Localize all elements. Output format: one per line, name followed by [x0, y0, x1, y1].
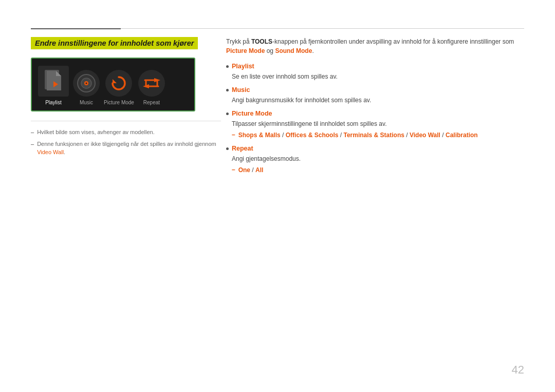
- player-item-playlist: Playlist: [38, 66, 69, 105]
- music-icon-circle: [73, 70, 100, 97]
- repeat-label: Repeat: [143, 100, 160, 105]
- svg-marker-8: [113, 79, 117, 83]
- repeat-icon: [143, 76, 160, 90]
- bullet-dot-repeat: [226, 147, 229, 150]
- bullet-title-playlist: Playlist: [232, 63, 254, 70]
- bullet-desc-playlist: Se en liste over innhold som spilles av.: [232, 72, 524, 81]
- bullet-dot-picture-mode: [226, 113, 229, 115]
- intro-text: Trykk på TOOLS-knappen på fjernkontrolle…: [226, 37, 524, 55]
- video-wall-option-link: Video Wall: [410, 132, 440, 139]
- left-column: Endre innstillingene for innholdet som k…: [31, 37, 221, 160]
- bullet-desc-music: Angi bakgrunnsmusikk for innholdet som s…: [232, 96, 524, 105]
- note-item-2: – Denne funksjonen er ikke tilgjengelig …: [31, 140, 221, 156]
- page-number: 42: [512, 363, 524, 377]
- note-text-1: Hvilket bilde som vises, avhenger av mod…: [37, 128, 155, 136]
- bullet-music: Music Angi bakgrunnsmusikk for innholdet…: [226, 86, 524, 105]
- sub-item-repeat-options: – One / All: [232, 165, 524, 175]
- bullet-dot-music: [226, 89, 229, 91]
- bullet-repeat: Repeat Angi gjentagelsesmodus. – One / A…: [226, 145, 524, 175]
- bullet-dot-playlist: [226, 65, 229, 68]
- repeat-options: One / All: [238, 165, 264, 175]
- video-wall-link[interactable]: Video Wall: [37, 149, 64, 155]
- right-column: Trykk på TOOLS-knappen på fjernkontrolle…: [226, 37, 524, 180]
- player-item-repeat: Repeat: [138, 70, 165, 105]
- document-icon: [44, 70, 63, 92]
- bullet-desc-repeat: Angi gjentagelsesmodus.: [232, 154, 524, 163]
- refresh-icon: [110, 75, 127, 91]
- repeat-icon-circle: [138, 70, 165, 97]
- picture-mode-icon-circle: [105, 70, 132, 97]
- all-option-link: All: [255, 166, 263, 174]
- bullet-desc-picture-mode: Tilpasser skjerminnstillingene til innho…: [232, 119, 524, 128]
- calibration-link: Calibration: [446, 132, 478, 139]
- bullet-picture-mode: Picture Mode Tilpasser skjerminnstilling…: [226, 110, 524, 140]
- notes-section: – Hvilket bilde som vises, avhenger av m…: [31, 121, 221, 156]
- playlist-label: Playlist: [45, 100, 62, 105]
- bullet-title-repeat: Repeat: [232, 145, 253, 152]
- tools-keyword: TOOLS: [251, 38, 272, 45]
- player-item-music: Music: [73, 70, 100, 105]
- one-option-link: One: [238, 166, 250, 174]
- svg-point-7: [86, 83, 87, 84]
- sound-mode-ref: Sound Mode: [275, 47, 312, 54]
- section-heading: Endre innstillingene for innholdet som k…: [31, 37, 198, 49]
- note-item-1: – Hvilket bilde som vises, avhenger av m…: [31, 128, 221, 136]
- offices-schools-link: Offices & Schools: [286, 132, 339, 139]
- music-label: Music: [80, 100, 93, 105]
- shops-malls-link: Shops & Malls: [238, 132, 281, 139]
- bullet-playlist: Playlist Se en liste over innhold som sp…: [226, 63, 524, 81]
- sub-item-picture-modes: – Shops & Malls / Offices & Schools / Te…: [232, 130, 524, 140]
- terminals-stations-link: Terminals & Stations: [343, 132, 404, 139]
- picture-mode-options: Shops & Malls / Offices & Schools / Term…: [238, 130, 478, 140]
- bullet-title-music: Music: [232, 86, 250, 94]
- player-box: Playlist Music: [31, 58, 195, 111]
- player-item-picture-mode: Picture Mode: [104, 70, 134, 105]
- note-text-2: Denne funksjonen er ikke tilgjengelig nå…: [37, 140, 221, 156]
- picture-mode-ref: Picture Mode: [226, 47, 265, 54]
- bullet-title-picture-mode: Picture Mode: [232, 110, 272, 117]
- music-vinyl-icon: [77, 73, 96, 93]
- picture-mode-label: Picture Mode: [104, 100, 134, 105]
- playlist-icon-box: [38, 66, 69, 97]
